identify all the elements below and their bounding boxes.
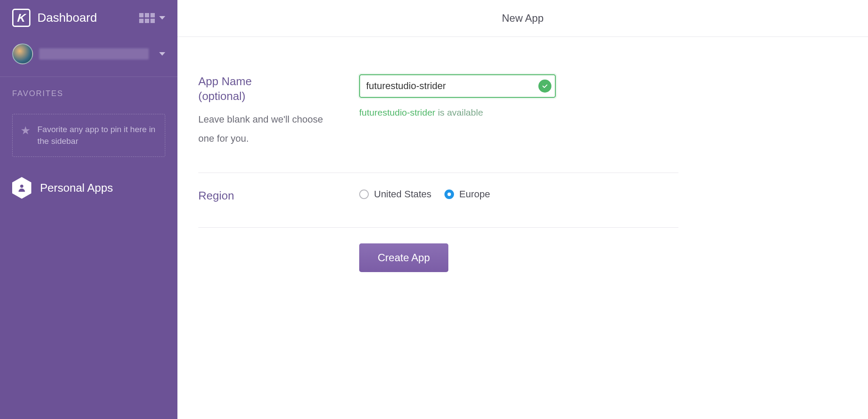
- grid-icon: [139, 13, 155, 23]
- app-name-help: Leave blank and we'll choose one for you…: [198, 110, 333, 148]
- app-name-input[interactable]: [359, 74, 556, 98]
- favorites-empty-hint: ★ Favorite any app to pin it here in the…: [12, 114, 165, 157]
- main-area: New App App Name (optional) Leave blank …: [177, 0, 868, 419]
- sidebar: K Dashboard FAVORITES ★ Favorite any app…: [0, 0, 177, 419]
- new-app-form: App Name (optional) Leave blank and we'l…: [177, 37, 699, 294]
- chevron-down-icon: [159, 52, 165, 56]
- avatar: [12, 43, 33, 64]
- favorites-heading: FAVORITES: [0, 77, 177, 106]
- heroku-logo-icon[interactable]: K: [12, 9, 30, 27]
- region-label: Region: [198, 189, 333, 203]
- account-switcher[interactable]: [0, 36, 177, 77]
- submit-row: Create App: [198, 228, 678, 272]
- app-name-label: App Name (optional): [198, 74, 333, 104]
- sidebar-item-personal-apps[interactable]: Personal Apps: [0, 165, 177, 211]
- check-circle-icon: [538, 80, 551, 93]
- apps-view-switcher[interactable]: [139, 13, 165, 23]
- radio-icon: [444, 190, 454, 199]
- field-app-name: App Name (optional) Leave blank and we'l…: [198, 59, 678, 164]
- star-icon: ★: [20, 125, 30, 136]
- create-app-button[interactable]: Create App: [359, 243, 448, 272]
- chevron-down-icon: [159, 16, 165, 20]
- favorites-label: FAVORITES: [12, 89, 165, 98]
- region-option-label: Europe: [459, 189, 490, 200]
- dashboard-title: Dashboard: [37, 11, 132, 25]
- personal-apps-label: Personal Apps: [40, 181, 113, 195]
- svg-point-0: [20, 185, 23, 188]
- account-email-redacted: [39, 48, 149, 60]
- availability-status: futurestudio-strider is available: [359, 107, 678, 118]
- region-option-europe[interactable]: Europe: [444, 189, 490, 200]
- radio-icon: [359, 190, 369, 199]
- field-region: Region United States Europe: [198, 173, 678, 219]
- region-option-us[interactable]: United States: [359, 189, 431, 200]
- page-title: New App: [502, 12, 544, 24]
- sidebar-header: K Dashboard: [0, 0, 177, 36]
- person-hex-icon: [12, 177, 31, 199]
- topbar: New App: [177, 0, 868, 37]
- favorites-hint-text: Favorite any app to pin it here in the s…: [37, 124, 157, 147]
- region-option-label: United States: [374, 189, 431, 200]
